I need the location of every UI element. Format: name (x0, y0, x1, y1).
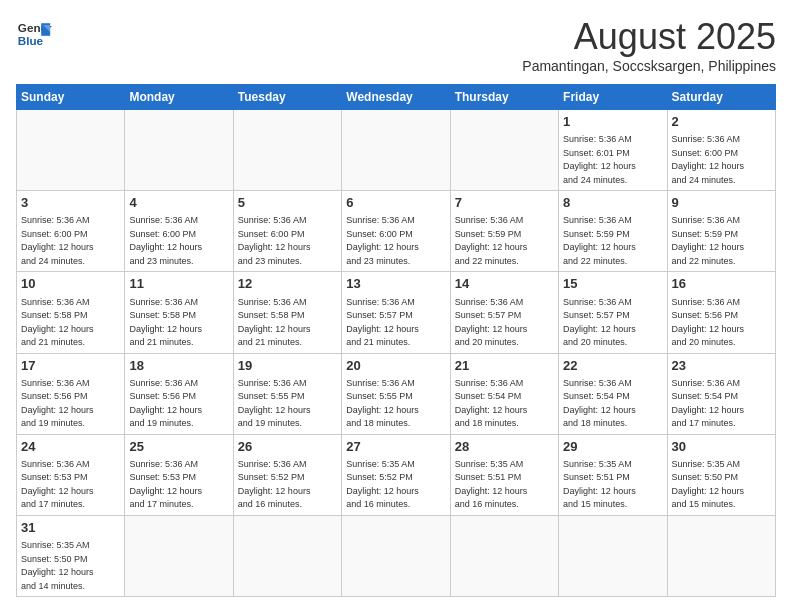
day-info: Sunrise: 5:36 AM Sunset: 5:54 PM Dayligh… (672, 377, 771, 431)
calendar-cell: 7Sunrise: 5:36 AM Sunset: 5:59 PM Daylig… (450, 191, 558, 272)
day-number: 15 (563, 275, 662, 293)
calendar-cell: 23Sunrise: 5:36 AM Sunset: 5:54 PM Dayli… (667, 353, 775, 434)
weekday-header-monday: Monday (125, 85, 233, 110)
day-info: Sunrise: 5:35 AM Sunset: 5:52 PM Dayligh… (346, 458, 445, 512)
day-info: Sunrise: 5:36 AM Sunset: 5:57 PM Dayligh… (455, 296, 554, 350)
calendar-cell (125, 515, 233, 596)
calendar-cell: 24Sunrise: 5:36 AM Sunset: 5:53 PM Dayli… (17, 434, 125, 515)
day-info: Sunrise: 5:36 AM Sunset: 6:00 PM Dayligh… (346, 214, 445, 268)
day-number: 9 (672, 194, 771, 212)
day-number: 1 (563, 113, 662, 131)
day-info: Sunrise: 5:35 AM Sunset: 5:51 PM Dayligh… (563, 458, 662, 512)
day-number: 6 (346, 194, 445, 212)
day-number: 27 (346, 438, 445, 456)
day-info: Sunrise: 5:35 AM Sunset: 5:50 PM Dayligh… (672, 458, 771, 512)
calendar-cell: 31Sunrise: 5:35 AM Sunset: 5:50 PM Dayli… (17, 515, 125, 596)
day-number: 25 (129, 438, 228, 456)
day-info: Sunrise: 5:36 AM Sunset: 6:00 PM Dayligh… (238, 214, 337, 268)
day-number: 14 (455, 275, 554, 293)
day-number: 31 (21, 519, 120, 537)
calendar-cell (559, 515, 667, 596)
weekday-header-sunday: Sunday (17, 85, 125, 110)
week-row-3: 17Sunrise: 5:36 AM Sunset: 5:56 PM Dayli… (17, 353, 776, 434)
day-number: 7 (455, 194, 554, 212)
calendar-cell: 1Sunrise: 5:36 AM Sunset: 6:01 PM Daylig… (559, 110, 667, 191)
title-area: August 2025 Pamantingan, Soccsksargen, P… (522, 16, 776, 74)
calendar-cell: 5Sunrise: 5:36 AM Sunset: 6:00 PM Daylig… (233, 191, 341, 272)
location-title: Pamantingan, Soccsksargen, Philippines (522, 58, 776, 74)
day-number: 28 (455, 438, 554, 456)
day-info: Sunrise: 5:36 AM Sunset: 6:01 PM Dayligh… (563, 133, 662, 187)
calendar-cell: 18Sunrise: 5:36 AM Sunset: 5:56 PM Dayli… (125, 353, 233, 434)
day-number: 26 (238, 438, 337, 456)
day-info: Sunrise: 5:36 AM Sunset: 5:55 PM Dayligh… (346, 377, 445, 431)
calendar-cell: 4Sunrise: 5:36 AM Sunset: 6:00 PM Daylig… (125, 191, 233, 272)
weekday-header-tuesday: Tuesday (233, 85, 341, 110)
day-info: Sunrise: 5:36 AM Sunset: 6:00 PM Dayligh… (21, 214, 120, 268)
day-number: 22 (563, 357, 662, 375)
day-info: Sunrise: 5:36 AM Sunset: 5:59 PM Dayligh… (563, 214, 662, 268)
week-row-0: 1Sunrise: 5:36 AM Sunset: 6:01 PM Daylig… (17, 110, 776, 191)
calendar-cell: 15Sunrise: 5:36 AM Sunset: 5:57 PM Dayli… (559, 272, 667, 353)
day-number: 2 (672, 113, 771, 131)
weekday-header-friday: Friday (559, 85, 667, 110)
day-info: Sunrise: 5:36 AM Sunset: 6:00 PM Dayligh… (672, 133, 771, 187)
day-number: 13 (346, 275, 445, 293)
day-number: 11 (129, 275, 228, 293)
day-info: Sunrise: 5:35 AM Sunset: 5:50 PM Dayligh… (21, 539, 120, 593)
day-info: Sunrise: 5:36 AM Sunset: 6:00 PM Dayligh… (129, 214, 228, 268)
day-info: Sunrise: 5:36 AM Sunset: 5:56 PM Dayligh… (129, 377, 228, 431)
day-info: Sunrise: 5:36 AM Sunset: 5:53 PM Dayligh… (21, 458, 120, 512)
calendar-cell (342, 110, 450, 191)
logo-icon: General Blue (16, 16, 52, 52)
day-number: 8 (563, 194, 662, 212)
calendar-cell: 11Sunrise: 5:36 AM Sunset: 5:58 PM Dayli… (125, 272, 233, 353)
calendar-cell: 30Sunrise: 5:35 AM Sunset: 5:50 PM Dayli… (667, 434, 775, 515)
svg-text:Blue: Blue (18, 34, 44, 47)
calendar-cell (233, 515, 341, 596)
day-number: 19 (238, 357, 337, 375)
calendar-cell: 3Sunrise: 5:36 AM Sunset: 6:00 PM Daylig… (17, 191, 125, 272)
day-info: Sunrise: 5:36 AM Sunset: 5:54 PM Dayligh… (455, 377, 554, 431)
calendar-cell: 9Sunrise: 5:36 AM Sunset: 5:59 PM Daylig… (667, 191, 775, 272)
calendar-cell: 17Sunrise: 5:36 AM Sunset: 5:56 PM Dayli… (17, 353, 125, 434)
weekday-header-wednesday: Wednesday (342, 85, 450, 110)
day-number: 21 (455, 357, 554, 375)
calendar-cell (450, 110, 558, 191)
day-info: Sunrise: 5:36 AM Sunset: 5:54 PM Dayligh… (563, 377, 662, 431)
calendar-cell (450, 515, 558, 596)
day-number: 4 (129, 194, 228, 212)
calendar-cell: 21Sunrise: 5:36 AM Sunset: 5:54 PM Dayli… (450, 353, 558, 434)
day-info: Sunrise: 5:36 AM Sunset: 5:56 PM Dayligh… (21, 377, 120, 431)
calendar-cell: 6Sunrise: 5:36 AM Sunset: 6:00 PM Daylig… (342, 191, 450, 272)
day-info: Sunrise: 5:36 AM Sunset: 5:57 PM Dayligh… (563, 296, 662, 350)
day-info: Sunrise: 5:36 AM Sunset: 5:59 PM Dayligh… (672, 214, 771, 268)
day-info: Sunrise: 5:36 AM Sunset: 5:59 PM Dayligh… (455, 214, 554, 268)
weekday-header-thursday: Thursday (450, 85, 558, 110)
calendar-cell (125, 110, 233, 191)
week-row-4: 24Sunrise: 5:36 AM Sunset: 5:53 PM Dayli… (17, 434, 776, 515)
calendar-cell (342, 515, 450, 596)
day-number: 30 (672, 438, 771, 456)
month-title: August 2025 (522, 16, 776, 58)
calendar-cell: 19Sunrise: 5:36 AM Sunset: 5:55 PM Dayli… (233, 353, 341, 434)
header: General Blue August 2025 Pamantingan, So… (16, 16, 776, 74)
weekday-header-saturday: Saturday (667, 85, 775, 110)
calendar-cell: 13Sunrise: 5:36 AM Sunset: 5:57 PM Dayli… (342, 272, 450, 353)
calendar-cell: 22Sunrise: 5:36 AM Sunset: 5:54 PM Dayli… (559, 353, 667, 434)
day-info: Sunrise: 5:36 AM Sunset: 5:58 PM Dayligh… (129, 296, 228, 350)
calendar-cell: 8Sunrise: 5:36 AM Sunset: 5:59 PM Daylig… (559, 191, 667, 272)
day-number: 16 (672, 275, 771, 293)
calendar-table: SundayMondayTuesdayWednesdayThursdayFrid… (16, 84, 776, 597)
day-info: Sunrise: 5:35 AM Sunset: 5:51 PM Dayligh… (455, 458, 554, 512)
day-info: Sunrise: 5:36 AM Sunset: 5:57 PM Dayligh… (346, 296, 445, 350)
day-number: 24 (21, 438, 120, 456)
calendar-cell: 25Sunrise: 5:36 AM Sunset: 5:53 PM Dayli… (125, 434, 233, 515)
calendar-cell: 10Sunrise: 5:36 AM Sunset: 5:58 PM Dayli… (17, 272, 125, 353)
day-number: 10 (21, 275, 120, 293)
day-info: Sunrise: 5:36 AM Sunset: 5:58 PM Dayligh… (21, 296, 120, 350)
day-info: Sunrise: 5:36 AM Sunset: 5:55 PM Dayligh… (238, 377, 337, 431)
day-number: 3 (21, 194, 120, 212)
day-number: 17 (21, 357, 120, 375)
day-number: 29 (563, 438, 662, 456)
